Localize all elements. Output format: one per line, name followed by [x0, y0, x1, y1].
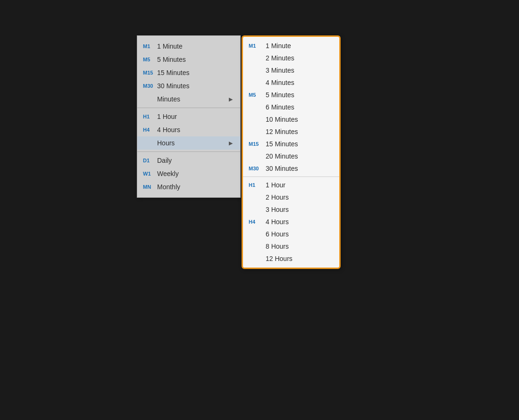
submenu-arrow-icon: ▶: [229, 140, 233, 146]
menu-badge: H4: [143, 127, 157, 133]
menu-label: 20 Minutes: [266, 152, 332, 160]
menu-label: 8 Hours: [266, 243, 332, 250]
secondary-minutes-section: M11 Minute2 Minutes3 Minutes4 MinutesM55…: [243, 40, 339, 175]
menu-badge: M15: [143, 70, 157, 76]
menu-item[interactable]: 3 Hours: [243, 203, 339, 216]
menu-item[interactable]: Minutes▶: [137, 92, 240, 106]
menu-item[interactable]: MNMonthly: [137, 180, 240, 193]
menu-item[interactable]: M1515 Minutes: [243, 138, 339, 150]
menu-label: 5 Minutes: [266, 91, 332, 99]
menu-label: 4 Minutes: [266, 79, 332, 86]
menu-label: 5 Minutes: [157, 56, 233, 63]
menu-label: 12 Hours: [266, 255, 332, 262]
menu-item[interactable]: M11 Minute: [243, 40, 339, 52]
menu-badge: H1: [143, 114, 157, 119]
menu-badge: M1: [143, 43, 157, 49]
menu-item[interactable]: H11 Hour: [137, 110, 240, 123]
menu-label: 4 Hours: [266, 218, 332, 226]
menu-item[interactable]: 3 Minutes: [243, 64, 339, 76]
menu-badge: M5: [143, 57, 157, 62]
menu-container: M11 MinuteM55 MinutesM1515 MinutesM3030 …: [137, 35, 341, 269]
menu-item[interactable]: 10 Minutes: [243, 113, 339, 126]
menu-item[interactable]: D1Daily: [137, 154, 240, 167]
menu-badge: W1: [143, 171, 157, 176]
menu-badge: M5: [249, 92, 266, 98]
menu-item[interactable]: H44 Hours: [137, 123, 240, 136]
divider-1: [137, 108, 240, 108]
menu-badge: MN: [143, 184, 157, 190]
menu-label: 10 Minutes: [266, 116, 332, 123]
menu-item[interactable]: 6 Minutes: [243, 101, 339, 113]
menu-item[interactable]: M3030 Minutes: [243, 162, 339, 175]
menu-badge: M30: [249, 166, 266, 171]
menu-label: 1 Minute: [266, 42, 332, 50]
menu-badge: D1: [143, 158, 157, 163]
menu-item[interactable]: 12 Minutes: [243, 126, 339, 138]
menu-item[interactable]: M3030 Minutes: [137, 79, 240, 92]
menu-label: 30 Minutes: [266, 165, 332, 172]
menu-badge: M15: [249, 141, 266, 147]
menu-label: Minutes: [157, 95, 225, 103]
menu-label: 1 Hour: [266, 181, 332, 189]
menu-item[interactable]: H44 Hours: [243, 216, 339, 228]
menu-item[interactable]: 20 Minutes: [243, 150, 339, 162]
menu-item[interactable]: 12 Hours: [243, 252, 339, 265]
menu-label: 1 Hour: [157, 113, 233, 120]
menu-item[interactable]: Hours▶: [137, 136, 240, 150]
secondary-divider: [243, 176, 339, 177]
menu-badge: M1: [249, 43, 266, 49]
divider-2: [137, 151, 240, 152]
primary-menu: M11 MinuteM55 MinutesM1515 MinutesM3030 …: [137, 35, 241, 198]
menu-item[interactable]: 4 Minutes: [243, 76, 339, 89]
menu-label: Daily: [157, 157, 233, 164]
primary-minutes-section: M11 MinuteM55 MinutesM1515 MinutesM3030 …: [137, 40, 240, 106]
menu-badge: H4: [249, 219, 266, 225]
secondary-menu: M11 Minute2 Minutes3 Minutes4 MinutesM55…: [242, 35, 341, 269]
submenu-arrow-icon: ▶: [229, 96, 233, 102]
menu-label: 2 Minutes: [266, 54, 332, 62]
menu-label: 3 Minutes: [266, 67, 332, 74]
menu-label: 12 Minutes: [266, 128, 332, 135]
menu-label: Monthly: [157, 183, 233, 191]
menu-label: 15 Minutes: [266, 140, 332, 148]
primary-hours-section: H11 HourH44 HoursHours▶: [137, 110, 240, 150]
menu-badge: H1: [249, 182, 266, 188]
menu-item[interactable]: M11 Minute: [137, 40, 240, 53]
menu-item[interactable]: M1515 Minutes: [137, 66, 240, 79]
menu-label: 3 Hours: [266, 206, 332, 213]
menu-label: 2 Hours: [266, 193, 332, 201]
menu-item[interactable]: W1Weekly: [137, 167, 240, 180]
menu-label: 15 Minutes: [157, 69, 233, 76]
menu-item[interactable]: 8 Hours: [243, 240, 339, 252]
menu-item[interactable]: 2 Hours: [243, 191, 339, 203]
menu-label: Hours: [157, 139, 225, 147]
menu-label: Weekly: [157, 170, 233, 177]
primary-other-section: D1DailyW1WeeklyMNMonthly: [137, 154, 240, 193]
menu-label: 4 Hours: [157, 126, 233, 134]
menu-label: 1 Minute: [157, 42, 233, 50]
menu-label: 6 Hours: [266, 230, 332, 238]
menu-item[interactable]: 6 Hours: [243, 228, 339, 240]
menu-item[interactable]: H11 Hour: [243, 179, 339, 191]
menu-badge: M30: [143, 83, 157, 89]
menu-label: 30 Minutes: [157, 82, 233, 90]
menu-item[interactable]: M55 Minutes: [137, 53, 240, 66]
menu-item[interactable]: 2 Minutes: [243, 52, 339, 64]
menu-item[interactable]: M55 Minutes: [243, 89, 339, 101]
menu-label: 6 Minutes: [266, 103, 332, 111]
secondary-hours-section: H11 Hour2 Hours3 HoursH44 Hours6 Hours8 …: [243, 179, 339, 265]
